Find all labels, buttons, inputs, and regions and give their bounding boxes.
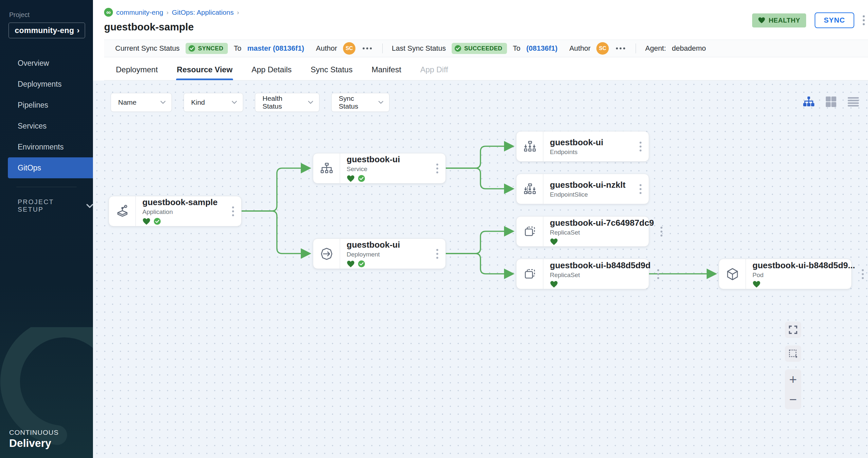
zoom-in-button[interactable]: + bbox=[789, 373, 797, 386]
node-name: guestbook-ui bbox=[550, 137, 633, 148]
header-actions: HEALTHY SYNC bbox=[752, 12, 860, 28]
gitops-logo-icon: ∞ bbox=[104, 8, 113, 17]
tab-bar: Deployment Resource View App Details Syn… bbox=[104, 57, 868, 80]
brand-continuous: CONTINUOUS bbox=[9, 429, 59, 436]
synced-check-icon bbox=[358, 260, 365, 268]
status-divider bbox=[636, 43, 636, 53]
node-menu-kebab-icon[interactable] bbox=[655, 269, 666, 279]
sidebar-item-gitops[interactable]: GitOps bbox=[8, 157, 93, 178]
page-header: ∞ community-eng › GitOps: Applications ›… bbox=[93, 0, 868, 80]
resource-graph-canvas[interactable]: Name Kind Health Status Sync Status bbox=[93, 80, 868, 458]
sidebar: Project community-eng › Overview Deploym… bbox=[0, 0, 93, 458]
tree-view-toggle[interactable] bbox=[802, 95, 816, 109]
zoom-out-button[interactable]: − bbox=[789, 393, 797, 406]
project-label: Project bbox=[9, 11, 93, 19]
current-target-revision[interactable]: master (08136f1) bbox=[247, 44, 304, 53]
node-name: guestbook-ui-nzklt bbox=[550, 180, 633, 190]
fullscreen-button[interactable] bbox=[785, 322, 801, 338]
node-kind: ReplicaSet bbox=[550, 229, 654, 236]
filter-health-status-dropdown[interactable]: Health Status bbox=[255, 93, 319, 112]
fullscreen-icon bbox=[789, 326, 797, 334]
node-name: guestbook-ui-7c64987dc9 bbox=[550, 218, 654, 228]
node-kind: Endpoints bbox=[550, 149, 633, 156]
node-menu-kebab-icon[interactable] bbox=[860, 269, 868, 279]
tab-deployment[interactable]: Deployment bbox=[116, 65, 158, 80]
app-menu-kebab-icon[interactable] bbox=[863, 15, 865, 25]
tab-app-details[interactable]: App Details bbox=[251, 65, 291, 80]
healthy-heart-icon bbox=[143, 218, 151, 225]
filter-sync-status-dropdown[interactable]: Sync Status bbox=[331, 93, 390, 112]
sidebar-item-deployments[interactable]: Deployments bbox=[0, 74, 93, 95]
check-circle-icon bbox=[188, 45, 195, 52]
node-pod-guestbook-ui-b848d5d9[interactable]: guestbook-ui-b848d5d9... Pod bbox=[719, 259, 851, 289]
tab-resource-view[interactable]: Resource View bbox=[177, 65, 232, 80]
author-avatar: SC bbox=[343, 42, 355, 55]
agent-name: debademo bbox=[672, 44, 706, 53]
endpoints-icon bbox=[517, 132, 543, 161]
chevron-right-icon: › bbox=[77, 26, 80, 35]
sidebar-item-pipelines[interactable]: Pipelines bbox=[0, 95, 93, 116]
tree-view-icon bbox=[802, 96, 815, 108]
node-application-guestbook-sample[interactable]: guestbook-sample Application bbox=[108, 196, 242, 226]
select-region-button[interactable] bbox=[785, 346, 801, 362]
agent-label: Agent: bbox=[645, 44, 666, 53]
project-setup-toggle[interactable]: PROJECT SETUP bbox=[18, 198, 93, 213]
grid-view-toggle[interactable] bbox=[824, 95, 838, 109]
node-replicaset-guestbook-ui-7c64987dc9[interactable]: guestbook-ui-7c64987dc9 ReplicaSet bbox=[516, 216, 649, 247]
sidebar-item-overview[interactable]: Overview bbox=[0, 53, 93, 74]
tab-app-diff[interactable]: App Diff bbox=[420, 65, 448, 80]
node-name: guestbook-ui bbox=[347, 240, 430, 250]
node-deployment-guestbook-ui[interactable]: guestbook-ui Deployment bbox=[313, 238, 446, 269]
node-name: guestbook-ui-b848d5d9d bbox=[550, 260, 651, 270]
chevron-down-icon bbox=[86, 204, 93, 208]
filter-name-dropdown[interactable]: Name bbox=[111, 93, 172, 112]
node-endpoints-guestbook-ui[interactable]: guestbook-ui Endpoints bbox=[516, 131, 649, 162]
project-name: community-eng bbox=[15, 26, 74, 35]
sync-status-bar: Current Sync Status SYNCED To master (08… bbox=[104, 40, 868, 57]
node-kind: Application bbox=[143, 208, 225, 216]
tab-sync-status[interactable]: Sync Status bbox=[311, 65, 352, 80]
node-replicaset-guestbook-ui-b848d5d9d[interactable]: guestbook-ui-b848d5d9d ReplicaSet bbox=[516, 259, 649, 289]
project-selector[interactable]: community-eng › bbox=[8, 23, 85, 38]
healthy-heart-icon bbox=[550, 281, 558, 288]
node-menu-kebab-icon[interactable] bbox=[434, 249, 445, 259]
healthy-heart-icon bbox=[347, 260, 355, 268]
node-menu-kebab-icon[interactable] bbox=[230, 206, 241, 216]
node-menu-kebab-icon[interactable] bbox=[638, 184, 649, 194]
node-menu-kebab-icon[interactable] bbox=[638, 142, 649, 152]
breadcrumb-separator: › bbox=[237, 9, 239, 16]
heart-icon bbox=[758, 17, 765, 24]
chevron-down-icon bbox=[308, 101, 313, 104]
breadcrumb-section-link[interactable]: GitOps: Applications bbox=[172, 8, 234, 17]
marquee-select-icon bbox=[789, 349, 797, 358]
filter-kind-dropdown[interactable]: Kind bbox=[184, 93, 243, 112]
node-kind: Pod bbox=[752, 271, 855, 279]
tab-manifest[interactable]: Manifest bbox=[371, 65, 401, 80]
sidebar-item-environments[interactable]: Environments bbox=[0, 136, 93, 157]
breadcrumb-project-link[interactable]: community-eng bbox=[116, 8, 163, 17]
node-endpointslice-guestbook-ui-nzklt[interactable]: guestbook-ui-nzklt EndpointSlice bbox=[516, 174, 649, 204]
last-target-revision[interactable]: (08136f1) bbox=[526, 44, 557, 53]
node-name: guestbook-ui bbox=[347, 155, 430, 165]
list-view-toggle[interactable] bbox=[846, 95, 860, 109]
service-icon bbox=[313, 154, 340, 183]
node-service-guestbook-ui[interactable]: guestbook-ui Service bbox=[313, 153, 446, 184]
sidebar-item-services[interactable]: Services bbox=[0, 116, 93, 136]
sidebar-nav: Overview Deployments Pipelines Services … bbox=[0, 53, 93, 178]
sync-button[interactable]: SYNC bbox=[815, 12, 854, 28]
chevron-down-icon bbox=[378, 101, 383, 104]
synced-check-icon bbox=[154, 218, 161, 225]
commit-more-icon[interactable] bbox=[616, 47, 625, 50]
node-menu-kebab-icon[interactable] bbox=[434, 164, 445, 173]
zoom-controls: + − bbox=[785, 369, 801, 409]
grid-view-icon bbox=[825, 96, 837, 108]
node-menu-kebab-icon[interactable] bbox=[658, 227, 670, 236]
last-to-label: To bbox=[513, 44, 520, 53]
current-sync-label: Current Sync Status bbox=[115, 44, 180, 53]
chevron-down-icon bbox=[232, 101, 237, 104]
commit-more-icon[interactable] bbox=[363, 47, 372, 50]
sidebar-divider bbox=[17, 187, 76, 187]
health-status-badge: HEALTHY bbox=[752, 13, 806, 28]
deployment-icon bbox=[313, 239, 340, 269]
node-kind: Service bbox=[347, 166, 430, 173]
